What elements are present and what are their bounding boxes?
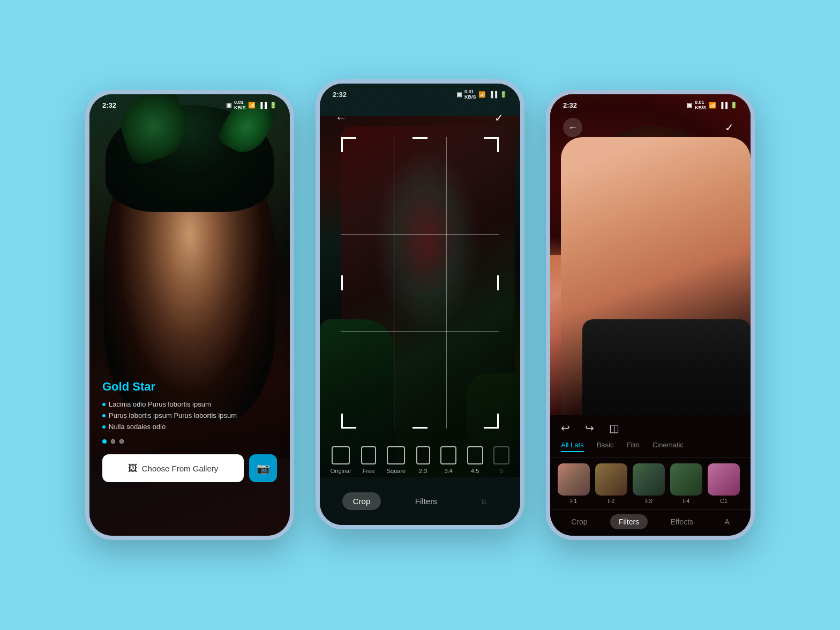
back-button[interactable]: ← [333,109,350,126]
filter-category-tabs: All Lats Basic Film Cinematic [550,439,751,458]
edit-panel: ↩ ↪ ◫ All Lats Basic Film Cinematic F1 F… [550,415,751,536]
edge-bottom [412,427,428,429]
bullet-dot [102,414,106,417]
status-bar: 2:32 ▣ 0.01KB/S 📶 ▐▐ 🔋 [320,84,520,103]
gallery-button-label: Choose From Gallery [142,464,219,473]
ratio-2-3[interactable]: 2:3 [416,446,430,474]
adjust-button[interactable]: ◫ [609,422,619,434]
time: 2:32 [333,91,347,99]
crop-overlay [331,126,509,439]
ratio-free[interactable]: Free [361,446,376,474]
check-button[interactable]: ✓ [490,109,507,126]
ratio-3-4[interactable]: 3:4 [440,446,456,474]
bullet-dot [102,425,106,429]
gallery-icon: 🖼 [128,463,138,474]
filter-f1[interactable]: F1 [558,463,590,504]
content-area: Gold Star Lacinia odio Purus lobortis ip… [89,380,290,482]
tab-crop[interactable]: Crop [562,514,596,529]
dot-2 [111,439,115,444]
filter-tab-basic[interactable]: Basic [597,441,614,452]
grid-h1 [341,234,499,235]
filter-f4[interactable]: F4 [670,463,702,504]
status-icons: ▣ 0.01KB/S 📶 ▐▐ 🔋 [456,89,507,100]
filter-f3[interactable]: F3 [633,463,665,504]
back-button[interactable]: ← [563,118,582,137]
filter-f2[interactable]: F2 [595,463,627,504]
filter-tab-film[interactable]: Film [626,441,640,452]
person [561,137,751,426]
filter-c1[interactable]: C1 [708,463,740,504]
tab-filters[interactable]: Filters [404,492,448,510]
tab-crop[interactable]: Crop [342,492,381,510]
bottom-bar: Crop Filters E [320,477,520,525]
grid-v2 [446,137,447,429]
tab-filters[interactable]: Filters [610,514,648,529]
undo-button[interactable]: ↩ [561,422,570,434]
ratio-original[interactable]: Original [331,446,351,474]
dot-3 [119,439,124,444]
ratio-more[interactable]: S [493,446,509,474]
redo-button[interactable]: ↪ [585,422,594,434]
corner-tr [484,137,499,152]
edit-image [550,94,751,426]
edge-top [412,137,428,139]
bullet-1: Lacinia odio Purus lobortis ipsum [102,400,277,408]
time: 2:32 [563,101,577,109]
filter-tab-cinematic[interactable]: Cinematic [652,441,684,452]
status-bar: 2:32 ▣ 0.01KB/S 📶 ▐▐ 🔋 [89,94,290,114]
nav-bar: ← ✓ [320,105,520,131]
tools-row: ↩ ↪ ◫ [550,415,751,439]
filter-tab-all-lats[interactable]: All Lats [561,441,584,452]
gallery-button[interactable]: 🖼 Choose From Gallery [102,454,244,482]
bullet-2: Purus lobortis ipsum Purus lobortis ipsu… [102,411,277,419]
feature-title: Gold Star [102,380,277,394]
bottom-tabs: Crop Filters Effects A [550,509,751,536]
phone-1: 2:32 ▣ 0.01KB/S 📶 ▐▐ 🔋 Gold Star Lacinia… [85,90,294,540]
grid-h2 [341,331,499,332]
dot-1 [102,439,107,444]
status-bar: 2:32 ▣ 0.01KB/S 📶 ▐▐ 🔋 [550,94,751,114]
dress [582,319,751,426]
tab-effects[interactable]: Effects [662,514,702,529]
camera-button[interactable]: 📷 [249,454,277,482]
edge-left [341,275,343,290]
corner-br [484,414,499,429]
edge-right [497,275,499,290]
page-dots [102,439,277,444]
corner-tl [341,137,356,152]
ratio-bar: Original Free Square 2:3 3:4 4:5 S [320,446,520,474]
corner-bl [341,414,356,429]
ratio-4-5[interactable]: 4:5 [467,446,483,474]
bullet-3: Nulla sodales odio [102,423,277,431]
status-icons: ▣ 0.01KB/S 📶 ▐▐ 🔋 [226,100,277,110]
filter-thumbnails: F1 F2 F3 F4 C1 [550,458,751,509]
bullet-dot [102,403,106,406]
phone-2: 2:32 ▣ 0.01KB/S 📶 ▐▐ 🔋 ← ✓ [316,79,524,529]
action-row: 🖼 Choose From Gallery 📷 [102,454,277,482]
status-icons: ▣ 0.01KB/S 📶 ▐▐ 🔋 [687,100,738,110]
phone-3: 2:32 ▣ 0.01KB/S 📶 ▐▐ 🔋 ← ✓ ↩ ↪ ◫ All Lat… [546,90,755,540]
nav-bar: ← ✓ [550,114,751,141]
grid-v1 [394,137,394,429]
tab-effects[interactable]: E [471,492,498,510]
tab-adjust[interactable]: A [716,514,738,529]
check-button[interactable]: ✓ [721,119,738,136]
time: 2:32 [102,101,116,109]
crop-frame[interactable] [341,137,499,429]
ratio-square[interactable]: Square [387,446,406,474]
camera-icon: 📷 [257,462,270,475]
